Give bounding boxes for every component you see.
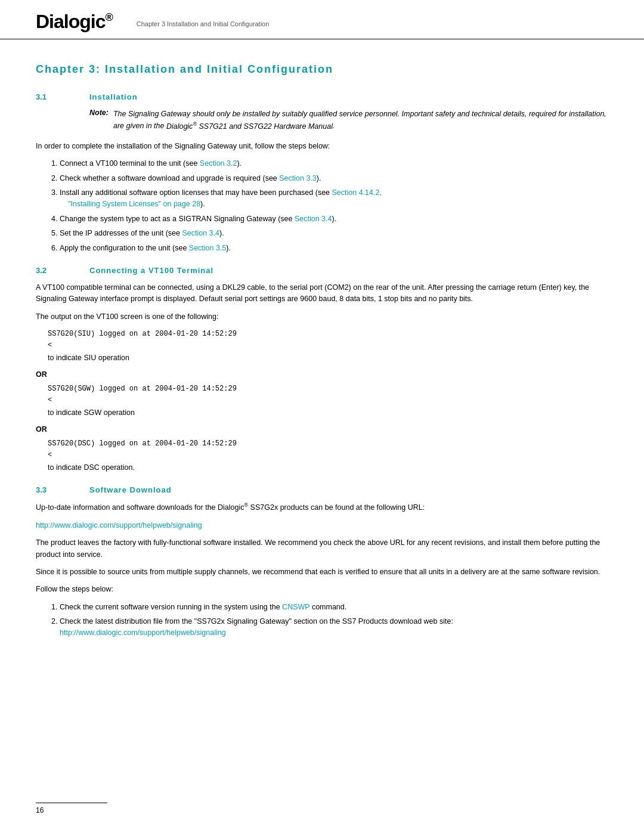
section-3-1-title: Installation (89, 92, 138, 101)
section-3-3-body3: Since it is possible to source units fro… (36, 566, 608, 578)
separator-or-1: OR (36, 370, 608, 379)
section-3-1-intro: In order to complete the installation of… (36, 141, 608, 152)
section-3-3-body2: The product leaves the factory with full… (36, 537, 608, 561)
page-content: Chapter 3: Installation and Initial Conf… (0, 39, 644, 671)
logo-arrow: g (79, 11, 91, 33)
chapter-title: Chapter 3: Installation and Initial Conf… (36, 63, 608, 76)
code-block-siu: SS7G20(SIU) logged on at 2004-01-20 14:5… (48, 329, 608, 351)
dsc-label: to indicate DSC operation. (48, 462, 608, 473)
section-3-2-header: 3.2 Connecting a VT100 Terminal (36, 266, 608, 275)
page-footer: 16 (36, 803, 107, 815)
section-3-3-number: 3.3 (36, 485, 89, 494)
section-3-1-note: Note: The Signaling Gateway should only … (89, 109, 608, 132)
code-block-dsc: SS7G20(DSC) logged on at 2004-01-20 14:5… (48, 438, 608, 461)
siu-label: to indicate SIU operation (48, 352, 608, 364)
list-item: Check the latest distribution file from … (60, 616, 608, 639)
sgw-label: to indicate SGW operation (48, 407, 608, 419)
section-3-2-body2: The output on the VT100 screen is one of… (36, 311, 608, 323)
section-3-1-steps: Connect a VT100 terminal to the unit (se… (54, 158, 608, 254)
list-item: Change the system type to act as a SIGTR… (60, 213, 608, 225)
list-item: Install any additional software option l… (60, 187, 608, 210)
logo: Dialogic® (36, 11, 113, 33)
list-item: Set the IP addresses of the unit (see Se… (60, 228, 608, 239)
page-number: 16 (36, 806, 44, 815)
code-block-sgw: SS7G20(SGW) logged on at 2004-01-20 14:5… (48, 383, 608, 406)
section-4-14-2-link[interactable]: Section 4.14.2, "Installing System Licen… (60, 188, 382, 208)
section-3-3-link[interactable]: Section 3.3 (279, 174, 317, 182)
section-3-5-link[interactable]: Section 3.5 (189, 244, 227, 252)
section-3-2-title: Connecting a VT100 Terminal (89, 266, 213, 275)
section-3-1-header: 3.1 Installation (36, 92, 608, 101)
section-3-2-body1: A VT100 compatible terminal can be conne… (36, 282, 608, 305)
note-label: Note: (89, 109, 109, 132)
separator-or-2: OR (36, 425, 608, 433)
section-3-3-url1: http://www.dialogic.com/support/helpweb/… (36, 520, 608, 531)
page-header: Dialogic® Chapter 3 Installation and Ini… (0, 0, 644, 39)
page: Dialogic® Chapter 3 Installation and Ini… (0, 0, 644, 833)
section-3-2-link[interactable]: Section 3.2 (200, 159, 237, 168)
section-3-4-link-b[interactable]: Section 3.4 (182, 229, 219, 237)
note-text: The Signaling Gateway should only be ins… (113, 109, 608, 132)
section-3-1-number: 3.1 (36, 92, 89, 101)
section-3-3-body1: Up-to-date information and software down… (36, 501, 608, 514)
list-item: Apply the configuration to the unit (see… (60, 243, 608, 254)
list-item: Check the current software version runni… (60, 602, 608, 613)
dialogic-url-link-1[interactable]: http://www.dialogic.com/support/helpweb/… (36, 521, 202, 529)
section-3-3-steps: Check the current software version runni… (54, 602, 608, 639)
header-chapter-label: Chapter 3 Installation and Initial Confi… (137, 17, 270, 27)
dialogic-url-link-2[interactable]: http://www.dialogic.com/support/helpweb/… (60, 628, 226, 637)
section-3-3-follow: Follow the steps below: (36, 584, 608, 595)
section-3-3-header: 3.3 Software Download (36, 485, 608, 494)
cnswp-link[interactable]: CNSWP (282, 603, 309, 611)
list-item: Connect a VT100 terminal to the unit (se… (60, 158, 608, 169)
list-item: Check whether a software download and up… (60, 173, 608, 184)
section-3-3-title: Software Download (89, 485, 172, 494)
section-3-2-number: 3.2 (36, 266, 89, 275)
section-3-4-link-a[interactable]: Section 3.4 (295, 215, 332, 223)
